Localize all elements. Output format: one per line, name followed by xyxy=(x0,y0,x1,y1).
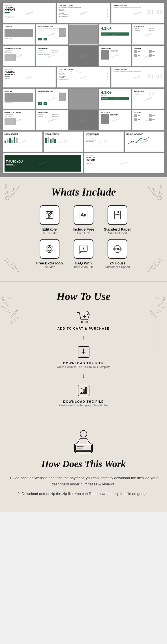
green-highlight-2: HIGHLIGHT xyxy=(101,97,129,100)
annual-report-title: ANNUALREPORT xyxy=(5,6,54,12)
preview-row-2: ABOUT US COMPANY PROFILE Envato MESSAGE … xyxy=(3,24,164,45)
slide-photo3: Envato xyxy=(69,89,98,109)
process-grid: ● STEP ONE ● STEP TWO ● STEP THREE ● STE… xyxy=(134,28,162,31)
brand-label: BRAND NAME xyxy=(5,5,54,6)
step-customize: DOWNLOAD THE FILE Customise Your Templat… xyxy=(6,383,161,407)
process-4: ● STEP FOUR xyxy=(149,30,162,32)
step-customize-label: DOWNLOAD THE FILE xyxy=(63,400,104,403)
services-grid-2: ■ SERVICE 01 ■ SERVICE 02 ■ SERVICE 03 ■… xyxy=(38,114,66,117)
how-to-use-section: How To Use ADD TO CART & PURCHASE ↓ DOWN… xyxy=(0,281,167,419)
whats-include-section: Whats Include Editable File Included Aa xyxy=(0,177,167,281)
creative-text: Our management practices strictly uphold… xyxy=(113,7,162,8)
ceo-text-2: Lorem ipsum dolor sit amet xyxy=(38,93,58,101)
green-accent-bar xyxy=(5,12,10,13)
slide-services-2: OUR SERVICES ■ SERVICE 01 ■ SERVICE 02 ■… xyxy=(36,110,68,130)
mission-heading-2: OUR MISSION & VISION xyxy=(5,112,33,113)
paper-sublabel: Size Included xyxy=(108,231,127,235)
paper-icon xyxy=(112,210,123,220)
stat-desc-2: WHAT WE DO xyxy=(101,95,129,96)
toc-heading: TABLE OF CONTENT xyxy=(59,5,108,6)
team-member-1: NAME xyxy=(134,50,148,53)
annual-title-2: ANNUALREPORT xyxy=(5,71,54,76)
step-download1-label: DOWNLOAD THE FILE xyxy=(63,362,104,365)
about-text-2: COMPANY PROFILE xyxy=(5,102,33,103)
founder-heading-2: THE FOUNDER xyxy=(101,112,129,113)
team-member-2: NAME xyxy=(149,50,162,53)
slide-thankyou: THANK YOU LOREM IPSUM DOLOR Envato xyxy=(3,153,83,173)
process-3: ● STEP THREE xyxy=(134,30,148,32)
team-m4: NAME xyxy=(149,118,162,121)
faq-sublabel: Instruction File xyxy=(73,265,94,269)
template-2: TEMPLATE xyxy=(5,78,54,79)
proc-4: ● STEP FOUR xyxy=(149,95,162,96)
font-sublabel: Font Link xyxy=(77,231,90,235)
toc-item-2: OUR SERVICES▶ xyxy=(59,10,108,11)
faq-icon: ? xyxy=(78,244,89,254)
work-step-2: 2. Download and unzip the zip file. You … xyxy=(8,491,159,497)
feature-support: 24h 24 Hours Customer Support xyxy=(103,239,132,269)
team-m1: NAME xyxy=(134,114,148,117)
final-title: ANNUALREPORT xyxy=(86,157,162,161)
slide-stat: 4.1K+ WHAT WE DO HIGHLIGHT Envato xyxy=(99,24,131,45)
svg-point-44 xyxy=(86,321,87,323)
services-heading: OUR SERVICES xyxy=(38,47,66,49)
final-brand: BRAND NAME xyxy=(86,155,162,156)
svg-point-50 xyxy=(80,430,87,437)
toc-heading-2: TABLE OF CONTENT xyxy=(59,69,108,71)
how-does-work-title: How Does This Work xyxy=(8,459,159,469)
svc-1: ■ SERVICE 01 xyxy=(38,114,52,115)
floral-right-icon xyxy=(149,296,166,352)
person-icon xyxy=(69,428,98,456)
feature-faq: ? FAQ With Instruction File xyxy=(69,239,98,269)
ceo-photo-2 xyxy=(59,93,66,101)
svg-point-33 xyxy=(6,259,9,262)
preview-row-8: THANK YOU LOREM IPSUM DOLOR Envato BRAND… xyxy=(3,153,164,173)
line-chart-svg xyxy=(127,135,149,145)
green-highlight: HIGHLIGHT xyxy=(101,32,129,36)
toc2-item-4: THE TEAM▶ xyxy=(59,77,108,78)
faq-icon-box: ? xyxy=(74,239,93,259)
features-row-2: Free Extra Icon Included ? FAQ With Inst… xyxy=(6,239,161,269)
proc-3: ● STEP THREE xyxy=(134,95,148,96)
arrow-down-1: ↓ xyxy=(6,334,161,341)
about-photo-2 xyxy=(5,93,33,102)
founder-heading: THE FOUNDER xyxy=(101,47,129,49)
page-02-2: 02 xyxy=(156,73,162,80)
font-icon-box: Aa xyxy=(74,205,93,225)
slide-cover-2: BRAND NAME ANNUALREPORT TEMPLATE ———————… xyxy=(3,67,56,87)
support-icon: 24h xyxy=(112,244,123,254)
slide-photo4: Envato xyxy=(69,110,98,130)
toc2-item-1: ABOUT US▶ xyxy=(59,73,108,74)
ceo-stats: 5.1K 3M xyxy=(38,38,66,41)
final-template: TEMPLATE xyxy=(86,163,162,164)
customize-svg xyxy=(76,383,91,398)
download-svg xyxy=(76,344,91,360)
cart-icon xyxy=(76,310,91,325)
arrow-down-2: ↓ xyxy=(6,372,161,379)
slide-mission-2: OUR MISSION & VISION MISSION STATEMENT——… xyxy=(3,110,35,130)
service-4: ■ SERVICE 04 xyxy=(52,52,66,53)
svg-rect-48 xyxy=(78,385,89,396)
founder-photo xyxy=(101,50,109,60)
ceo-stats-2: 5.1K 3M xyxy=(38,102,66,105)
svg-point-18 xyxy=(48,247,52,251)
icon-icon-box xyxy=(40,239,59,259)
preview-row-4: BRAND NAME ANNUALREPORT TEMPLATE ———————… xyxy=(3,67,164,87)
how-does-work-section: How Does This Work 1. Ass soon as Websit… xyxy=(0,419,167,512)
big-stat-2: 4.1K+ xyxy=(101,90,129,95)
process-grid-2: ● STEP ONE ● STEP TWO ● STEP THREE ● STE… xyxy=(134,93,162,96)
slide-final-cover: BRAND NAME ANNUALREPORT TEMPLATE Envato xyxy=(84,153,164,173)
watermark: Envato xyxy=(15,53,23,58)
slide-photo2: Envato xyxy=(69,46,98,66)
ceo-stat-b: 3M xyxy=(43,102,47,105)
market-table: ───────────────── COL A COL B COL C ────… xyxy=(86,137,122,142)
svg-text:?: ? xyxy=(82,246,85,250)
mission-heading: OUR MISSION & VISION xyxy=(5,47,33,49)
slide-annual-stat-2: ANNUAL STATISTIC Envato xyxy=(44,132,83,152)
green-bar-2 xyxy=(5,76,10,77)
founder-role-2: POSITION TITLE xyxy=(110,115,118,116)
support-icon-box: 24h xyxy=(108,239,127,259)
step-cart-label: ADD TO CART & PURCHASE xyxy=(57,327,110,330)
svg-line-26 xyxy=(47,250,48,252)
edit-icon xyxy=(44,210,55,220)
